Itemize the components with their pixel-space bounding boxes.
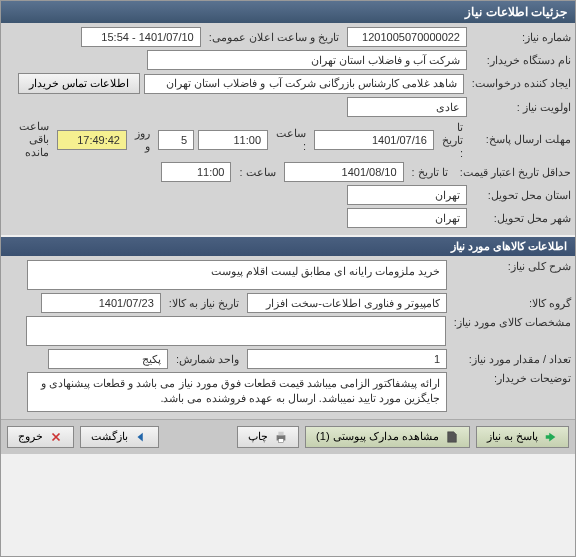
need-info-section: شماره نیاز: تاریخ و ساعت اعلان عمومی: نا… [1, 23, 575, 235]
city-label: شهر محل تحویل: [471, 212, 571, 225]
attachments-button[interactable]: مشاهده مدارک پیوستی (1) [305, 426, 470, 448]
respond-button-label: پاسخ به نیاز [487, 430, 538, 442]
reply-icon [544, 430, 558, 444]
print-icon [274, 430, 288, 444]
need-date-label: تاریخ نیاز به کالا: [165, 297, 243, 310]
deadline-label: مهلت ارسال پاسخ: [471, 133, 571, 146]
need-number-label: شماره نیاز: [471, 31, 571, 44]
desc-field[interactable]: خرید ملزومات رایانه ای مطابق لیست اقلام … [27, 260, 447, 290]
group-label: گروه کالا: [451, 297, 571, 310]
qty-field[interactable] [247, 349, 447, 369]
buyer-label: نام دستگاه خریدار: [471, 54, 571, 67]
exit-button[interactable]: خروج [7, 426, 74, 448]
priority-field[interactable] [347, 97, 467, 117]
creator-label: ایجاد کننده درخواست: [468, 77, 571, 90]
group-field[interactable] [247, 293, 447, 313]
deadline-time-field[interactable] [198, 130, 268, 150]
contact-buyer-button[interactable]: اطلاعات تماس خریدار [18, 73, 140, 94]
goods-section-header: اطلاعات کالاهای مورد نیاز [1, 237, 575, 256]
unit-field[interactable] [48, 349, 168, 369]
days-count-field[interactable] [158, 130, 194, 150]
goods-info-section: شرح کلی نیاز: خرید ملزومات رایانه ای مطا… [1, 256, 575, 419]
time-left-suffix: ساعت باقی مانده [5, 120, 53, 159]
until-date-label: تا تاریخ : [438, 121, 467, 159]
respond-button[interactable]: پاسخ به نیاز [476, 426, 569, 448]
notes-label: توضیحات خریدار: [451, 372, 571, 385]
back-button[interactable]: بازگشت [80, 426, 159, 448]
svg-rect-2 [278, 439, 283, 443]
main-window: جزئیات اطلاعات نیاز شماره نیاز: تاریخ و … [0, 0, 576, 557]
validity-time-field[interactable] [161, 162, 231, 182]
province-field[interactable] [347, 185, 467, 205]
deadline-date-field[interactable] [314, 130, 434, 150]
attachments-button-label: مشاهده مدارک پیوستی (1) [316, 430, 439, 442]
until-date-label-2: تا تاریخ : [408, 166, 452, 179]
province-label: استان محل تحویل: [471, 189, 571, 202]
time-label-1: ساعت : [272, 127, 310, 152]
svg-rect-1 [278, 432, 283, 436]
qty-label: تعداد / مقدار مورد نیاز: [451, 353, 571, 366]
creator-field[interactable] [144, 74, 464, 94]
spec-label: مشخصات کالای مورد نیاز: [450, 316, 571, 329]
days-and-label: روز و [131, 127, 154, 153]
validity-label: حداقل تاریخ اعتبار قیمت: [456, 166, 571, 179]
print-button-label: چاپ [248, 430, 268, 442]
print-button[interactable]: چاپ [237, 426, 299, 448]
priority-label: اولویت نیاز : [471, 101, 571, 114]
need-date-field[interactable] [41, 293, 161, 313]
action-button-bar: پاسخ به نیاز مشاهده مدارک پیوستی (1) چاپ… [1, 419, 575, 454]
notes-field[interactable]: ارائه پیشفاکتور الزامی میباشد قیمت قطعات… [27, 372, 447, 412]
back-icon [134, 430, 148, 444]
validity-date-field[interactable] [284, 162, 404, 182]
announce-date-field[interactable] [81, 27, 201, 47]
unit-label: واحد شمارش: [172, 353, 243, 366]
spec-field[interactable] [26, 316, 446, 346]
desc-label: شرح کلی نیاز: [451, 260, 571, 273]
time-label-2: ساعت : [235, 166, 279, 179]
announce-label: تاریخ و ساعت اعلان عمومی: [205, 31, 343, 44]
buyer-field[interactable] [147, 50, 467, 70]
attachment-icon [445, 430, 459, 444]
exit-button-label: خروج [18, 430, 43, 442]
need-number-field[interactable] [347, 27, 467, 47]
exit-icon [49, 430, 63, 444]
city-field[interactable] [347, 208, 467, 228]
window-title: جزئیات اطلاعات نیاز [465, 5, 567, 19]
window-title-bar: جزئیات اطلاعات نیاز [1, 1, 575, 23]
time-remaining-field[interactable] [57, 130, 127, 150]
back-button-label: بازگشت [91, 430, 128, 442]
